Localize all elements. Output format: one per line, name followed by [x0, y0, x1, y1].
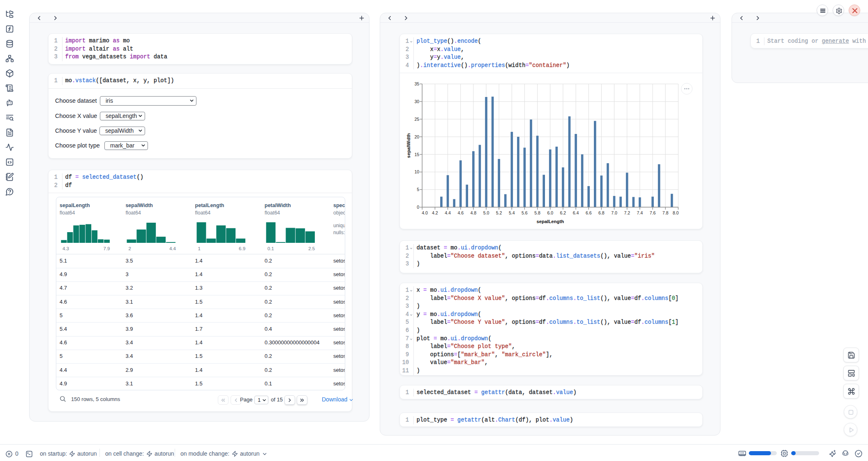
svg-text:4.6: 4.6	[457, 210, 464, 215]
svg-text:5: 5	[417, 187, 419, 192]
svg-text:5.8: 5.8	[534, 210, 540, 215]
svg-text:8.0: 8.0	[673, 210, 679, 215]
svg-text:6.2: 6.2	[560, 210, 566, 215]
svg-text:5.2: 5.2	[496, 210, 502, 215]
svg-text:sepalWidth: sepalWidth	[406, 133, 411, 158]
svg-text:4.2: 4.2	[432, 210, 438, 215]
svg-text:10: 10	[415, 169, 420, 174]
svg-text:5.6: 5.6	[522, 210, 528, 215]
svg-text:6.0: 6.0	[547, 210, 553, 215]
svg-text:15: 15	[415, 152, 420, 157]
svg-text:4.0: 4.0	[422, 210, 428, 215]
svg-text:35: 35	[415, 81, 420, 86]
svg-text:30: 30	[415, 99, 420, 104]
svg-text:6.4: 6.4	[573, 210, 579, 215]
svg-text:20: 20	[415, 134, 420, 139]
svg-text:25: 25	[415, 117, 420, 122]
svg-text:4.8: 4.8	[470, 210, 476, 215]
svg-text:4.4: 4.4	[445, 210, 451, 215]
svg-text:6.8: 6.8	[598, 210, 605, 215]
svg-text:7.2: 7.2	[624, 210, 630, 215]
svg-text:5.4: 5.4	[509, 210, 515, 215]
svg-text:7.4: 7.4	[637, 210, 643, 215]
svg-text:7.0: 7.0	[611, 210, 617, 215]
svg-text:5.0: 5.0	[483, 210, 489, 215]
svg-text:sepalLength: sepalLength	[537, 219, 564, 224]
svg-text:6.6: 6.6	[586, 210, 592, 215]
svg-text:7.8: 7.8	[663, 210, 669, 215]
svg-text:7.6: 7.6	[650, 210, 656, 215]
svg-text:0: 0	[417, 205, 419, 210]
